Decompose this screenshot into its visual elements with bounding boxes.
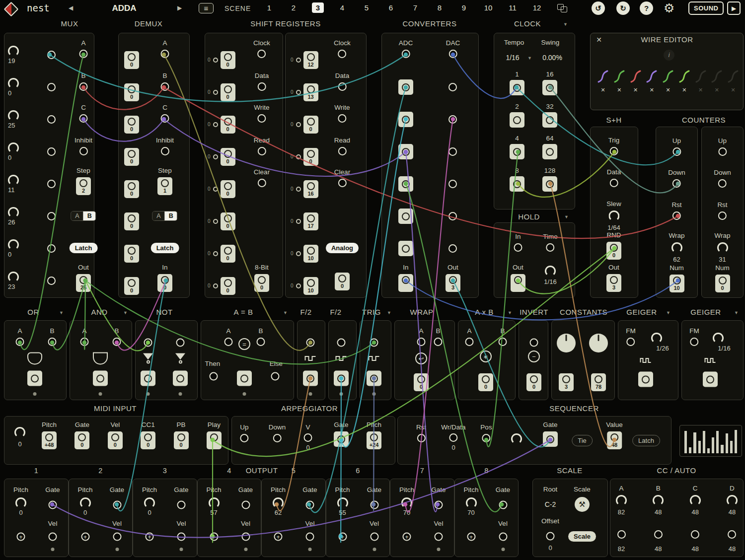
division-box[interactable] xyxy=(542,176,557,192)
mux-knob-port[interactable] xyxy=(47,277,56,285)
tempo-caret-icon[interactable]: ▼ xyxy=(527,56,532,61)
sr-cell-box[interactable]: 0 xyxy=(221,148,235,166)
aeqb-a-port[interactable] xyxy=(224,338,233,346)
mux-b-port[interactable] xyxy=(79,82,88,91)
seq-wr-port[interactable] xyxy=(449,433,457,442)
and-b-port[interactable] xyxy=(113,338,121,346)
gate-port[interactable] xyxy=(49,501,57,509)
seq-gate-box[interactable] xyxy=(543,431,558,447)
adc-in-box[interactable] xyxy=(398,274,413,292)
gate-port[interactable] xyxy=(241,501,250,509)
trig-out-box[interactable] xyxy=(367,371,381,386)
sr2-clock-port[interactable] xyxy=(338,50,346,58)
f2b-in-port[interactable] xyxy=(337,339,346,347)
midi-port-box[interactable]: 0 xyxy=(174,431,189,449)
and-out-box[interactable] xyxy=(93,371,108,386)
vel-port[interactable] xyxy=(306,533,314,541)
midi-knob[interactable]: 0 xyxy=(14,427,25,448)
hold-rate-knob[interactable] xyxy=(545,266,556,277)
pitch-knob[interactable] xyxy=(144,497,155,508)
demux-ab-toggle[interactable]: AB xyxy=(152,211,177,221)
adc-bit-box[interactable] xyxy=(398,176,413,192)
arp-up-port[interactable] xyxy=(240,434,248,442)
transpose-port[interactable]: + xyxy=(338,533,347,541)
demux-latch-button[interactable]: Latch xyxy=(151,243,179,253)
sh-out-box[interactable]: 3 xyxy=(606,274,621,292)
transpose-port[interactable]: + xyxy=(274,533,283,541)
mux-step-box[interactable]: 2 xyxy=(76,177,91,195)
sr1-data-port[interactable] xyxy=(258,82,266,91)
wire-delete-icon[interactable]: ✕ xyxy=(715,87,719,93)
wire-slot[interactable]: ✕ xyxy=(727,70,739,93)
gate-port[interactable] xyxy=(113,501,121,509)
sr1-clock-port[interactable] xyxy=(257,50,266,58)
hold-in-port[interactable] xyxy=(514,243,522,252)
geiger2-rate-knob[interactable] xyxy=(713,333,724,344)
sr-cell-box[interactable]: 13 xyxy=(303,83,318,101)
sr2-data-port[interactable] xyxy=(338,82,347,91)
tap-port[interactable] xyxy=(296,154,301,159)
sr2-write-port[interactable] xyxy=(338,114,346,123)
seq-latch-button[interactable]: Latch xyxy=(632,435,660,446)
wire-slot[interactable]: ✕ xyxy=(662,70,674,93)
wire-slot[interactable]: ✕ xyxy=(678,70,690,93)
sr2-read-port[interactable] xyxy=(338,147,347,155)
trig-in-port[interactable] xyxy=(370,339,378,347)
tap-port[interactable] xyxy=(213,219,218,224)
dac-bit-port[interactable] xyxy=(448,180,457,188)
pitch-knob[interactable] xyxy=(273,497,284,508)
seq-pos-knob[interactable] xyxy=(511,433,522,444)
mux-knob[interactable]: 0 xyxy=(8,142,19,161)
geiger1-caret-icon[interactable]: ▼ xyxy=(666,310,670,315)
not1-out-box[interactable] xyxy=(141,371,155,386)
arp-v-port[interactable] xyxy=(304,433,312,442)
mux-knob-port[interactable] xyxy=(47,147,56,156)
demux-out-box[interactable]: 0 xyxy=(124,277,139,295)
scene-button[interactable]: 4 xyxy=(336,2,348,13)
counter-num-box[interactable]: 10 xyxy=(670,275,684,292)
tap-port[interactable] xyxy=(213,187,218,192)
tap-port[interactable] xyxy=(296,90,301,95)
demux-out-box[interactable]: 0 xyxy=(124,212,139,230)
demux-c-port[interactable] xyxy=(161,114,169,123)
or-out-box[interactable] xyxy=(27,371,42,386)
scene-button[interactable]: 7 xyxy=(409,2,421,13)
division-box[interactable] xyxy=(542,80,557,95)
demux-out-box[interactable]: 0 xyxy=(124,245,139,263)
pitch-knob[interactable] xyxy=(15,497,26,508)
play-button[interactable]: ▶ xyxy=(727,1,741,15)
division-box[interactable] xyxy=(542,144,557,159)
adc-bit-box[interactable] xyxy=(398,79,413,95)
pitch-knob[interactable] xyxy=(466,497,477,508)
dac-port[interactable] xyxy=(448,50,457,58)
sr2-clear-port[interactable] xyxy=(338,179,346,187)
and-caret-icon[interactable]: ▼ xyxy=(123,310,128,315)
vel-port[interactable] xyxy=(177,533,186,541)
wire-slot[interactable]: ✕ xyxy=(646,70,658,93)
tap-port[interactable] xyxy=(213,283,218,288)
mux-knob-port[interactable] xyxy=(47,212,56,220)
mux-knob-port[interactable] xyxy=(47,244,56,253)
aeqb-out-box[interactable] xyxy=(237,371,252,386)
transpose-port[interactable]: + xyxy=(210,533,218,541)
or-caret-icon[interactable]: ▼ xyxy=(59,310,64,315)
mux-knob[interactable]: 26 xyxy=(8,207,19,226)
sh-rnd-box[interactable]: 0 xyxy=(606,242,621,260)
scale-tools-icon[interactable]: ⚒ xyxy=(575,497,590,512)
counter-down-port[interactable] xyxy=(672,179,681,188)
transpose-port[interactable]: + xyxy=(467,533,475,541)
mux-latch-button[interactable]: Latch xyxy=(70,243,98,253)
scene-copy-icon[interactable] xyxy=(557,4,568,12)
transpose-port[interactable]: + xyxy=(146,533,154,541)
demux-step-box[interactable]: 1 xyxy=(157,177,172,195)
or-a-port[interactable] xyxy=(16,338,24,346)
demux-a-port[interactable] xyxy=(161,50,169,58)
transpose-port[interactable]: + xyxy=(81,533,89,541)
demux-out-box[interactable]: 0 xyxy=(124,83,139,101)
geiger2-fm-port[interactable] xyxy=(690,338,699,346)
hold-out-box[interactable] xyxy=(511,274,525,292)
mux-knob[interactable]: 11 xyxy=(8,175,19,194)
sr-cell-box[interactable]: 0 xyxy=(221,245,235,263)
mux-knob[interactable]: 23 xyxy=(8,272,19,290)
tap-port[interactable] xyxy=(213,90,218,95)
